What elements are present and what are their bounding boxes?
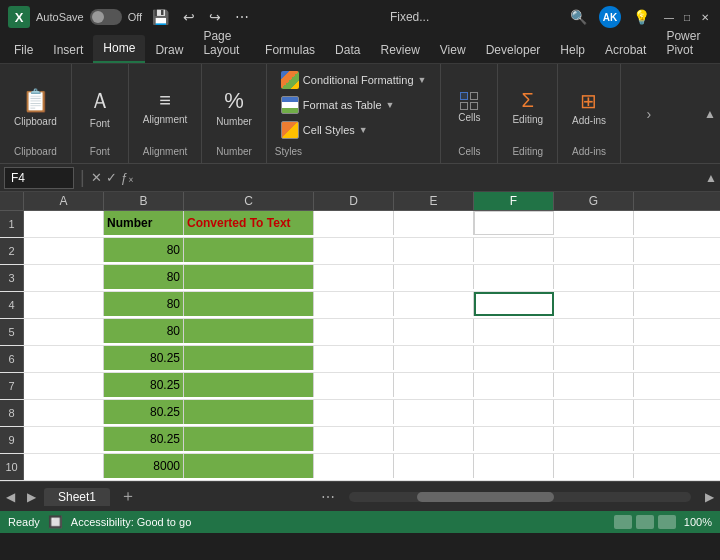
- cell-a2[interactable]: [24, 238, 104, 262]
- lightbulb-icon[interactable]: 💡: [629, 7, 654, 27]
- name-box[interactable]: [4, 167, 74, 189]
- more-ribbon-btn[interactable]: ›: [629, 102, 669, 126]
- page-layout-view-btn[interactable]: [636, 515, 654, 529]
- cancel-formula-icon[interactable]: ✕: [91, 170, 102, 185]
- col-header-f[interactable]: F: [474, 192, 554, 210]
- save-icon[interactable]: 💾: [148, 7, 173, 27]
- tab-help[interactable]: Help: [550, 37, 595, 63]
- formula-bar-collapse-btn[interactable]: ▲: [702, 171, 720, 185]
- tab-acrobat[interactable]: Acrobat: [595, 37, 656, 63]
- number-btn[interactable]: % Number: [210, 84, 258, 131]
- cell-d5[interactable]: [314, 319, 394, 343]
- cell-f7[interactable]: [474, 373, 554, 397]
- cell-e8[interactable]: [394, 400, 474, 424]
- formula-input[interactable]: [138, 164, 702, 191]
- prev-sheet-btn[interactable]: ◀: [0, 490, 21, 504]
- cell-d6[interactable]: [314, 346, 394, 370]
- col-header-a[interactable]: A: [24, 192, 104, 210]
- cell-b4[interactable]: 80: [104, 292, 184, 316]
- cell-g2[interactable]: [554, 238, 634, 262]
- cell-a10[interactable]: [24, 454, 104, 478]
- normal-view-btn[interactable]: [614, 515, 632, 529]
- cell-a5[interactable]: [24, 319, 104, 343]
- cell-f3[interactable]: [474, 265, 554, 289]
- scroll-right-btn[interactable]: ▶: [699, 490, 720, 504]
- maximize-btn[interactable]: □: [680, 10, 694, 24]
- conditional-formatting-btn[interactable]: Conditional Formatting ▼: [275, 68, 433, 92]
- cell-a9[interactable]: [24, 427, 104, 451]
- editing-btn[interactable]: Σ Editing: [506, 85, 549, 129]
- col-header-d[interactable]: D: [314, 192, 394, 210]
- cell-c1[interactable]: Converted To Text: [184, 211, 314, 235]
- page-break-view-btn[interactable]: [658, 515, 676, 529]
- col-header-e[interactable]: E: [394, 192, 474, 210]
- cell-f1[interactable]: [474, 211, 554, 235]
- col-header-b[interactable]: B: [104, 192, 184, 210]
- search-icon[interactable]: 🔍: [566, 7, 591, 27]
- cell-d9[interactable]: [314, 427, 394, 451]
- cell-d3[interactable]: [314, 265, 394, 289]
- format-as-table-btn[interactable]: Format as Table ▼: [275, 93, 433, 117]
- cell-b6[interactable]: 80.25: [104, 346, 184, 370]
- cell-f10[interactable]: [474, 454, 554, 478]
- cell-c9[interactable]: [184, 427, 314, 451]
- cell-e3[interactable]: [394, 265, 474, 289]
- tab-review[interactable]: Review: [370, 37, 429, 63]
- cell-b7[interactable]: 80.25: [104, 373, 184, 397]
- cell-b2[interactable]: 80: [104, 238, 184, 262]
- cell-g8[interactable]: [554, 400, 634, 424]
- cell-g7[interactable]: [554, 373, 634, 397]
- cell-b3[interactable]: 80: [104, 265, 184, 289]
- cell-e1[interactable]: [394, 211, 474, 235]
- cell-f2[interactable]: [474, 238, 554, 262]
- autosave-toggle[interactable]: [90, 9, 122, 25]
- cell-styles-btn[interactable]: Cell Styles ▼: [275, 118, 433, 142]
- scroll-thumb-h[interactable]: [417, 492, 554, 502]
- cell-a1[interactable]: [24, 211, 104, 235]
- cell-f4[interactable]: [474, 292, 554, 316]
- cell-c10[interactable]: [184, 454, 314, 478]
- tab-page-layout[interactable]: Page Layout: [193, 23, 255, 63]
- tab-draw[interactable]: Draw: [145, 37, 193, 63]
- cell-b10[interactable]: 8000: [104, 454, 184, 478]
- cell-a7[interactable]: [24, 373, 104, 397]
- cell-b9[interactable]: 80.25: [104, 427, 184, 451]
- tab-developer[interactable]: Developer: [476, 37, 551, 63]
- cell-e9[interactable]: [394, 427, 474, 451]
- tab-home[interactable]: Home: [93, 35, 145, 63]
- cell-g9[interactable]: [554, 427, 634, 451]
- minimize-btn[interactable]: —: [662, 10, 676, 24]
- cell-e2[interactable]: [394, 238, 474, 262]
- confirm-formula-icon[interactable]: ✓: [106, 170, 117, 185]
- cell-c5[interactable]: [184, 319, 314, 343]
- cell-a3[interactable]: [24, 265, 104, 289]
- cell-d4[interactable]: [314, 292, 394, 316]
- tab-insert[interactable]: Insert: [43, 37, 93, 63]
- cell-c3[interactable]: [184, 265, 314, 289]
- cell-b8[interactable]: 80.25: [104, 400, 184, 424]
- cell-c4[interactable]: [184, 292, 314, 316]
- cell-d8[interactable]: [314, 400, 394, 424]
- col-header-g[interactable]: G: [554, 192, 634, 210]
- cell-f6[interactable]: [474, 346, 554, 370]
- cell-g6[interactable]: [554, 346, 634, 370]
- sheet-tab-sheet1[interactable]: Sheet1: [44, 488, 110, 506]
- cell-c2[interactable]: [184, 238, 314, 262]
- cell-e7[interactable]: [394, 373, 474, 397]
- cell-c6[interactable]: [184, 346, 314, 370]
- cell-g4[interactable]: [554, 292, 634, 316]
- tab-formulas[interactable]: Formulas: [255, 37, 325, 63]
- tab-power-pivot[interactable]: Power Pivot: [656, 23, 716, 63]
- cell-e4[interactable]: [394, 292, 474, 316]
- cell-c7[interactable]: [184, 373, 314, 397]
- close-btn[interactable]: ✕: [698, 10, 712, 24]
- cell-g3[interactable]: [554, 265, 634, 289]
- cell-b5[interactable]: 80: [104, 319, 184, 343]
- more-options-btn[interactable]: ⋯: [315, 489, 341, 505]
- cell-d7[interactable]: [314, 373, 394, 397]
- tab-data[interactable]: Data: [325, 37, 370, 63]
- cell-g1[interactable]: [554, 211, 634, 235]
- alignment-btn[interactable]: ≡ Alignment: [137, 85, 193, 129]
- cell-a6[interactable]: [24, 346, 104, 370]
- font-btn[interactable]: Ａ Font: [80, 82, 120, 133]
